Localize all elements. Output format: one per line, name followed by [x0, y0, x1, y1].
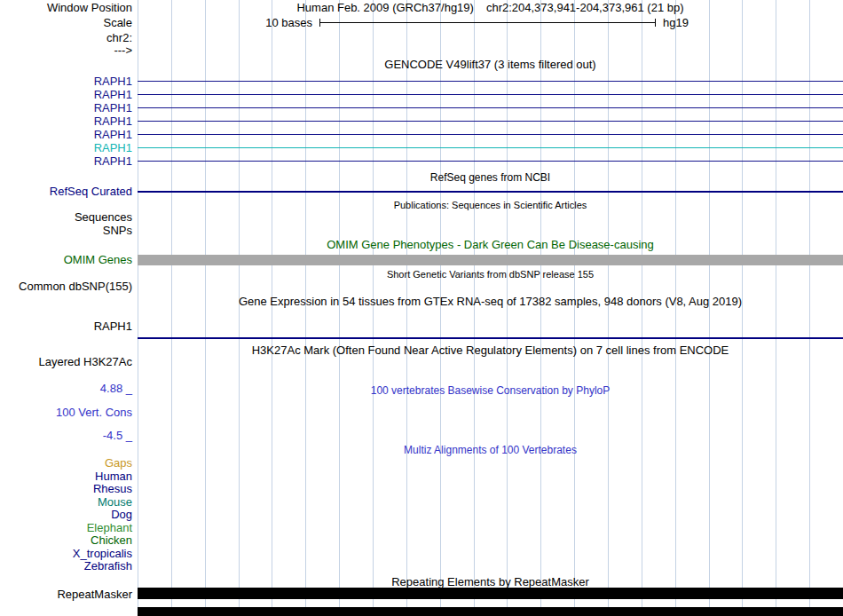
refseq-gene-line[interactable] [138, 185, 843, 198]
common-dbsnp-label[interactable]: Common dbSNP(155) [0, 280, 132, 293]
species-label-zebrafish[interactable]: Zebrafish [0, 560, 132, 573]
track-label-raph1-6[interactable]: RAPH1 [0, 141, 132, 154]
refseq-title: RefSeq genes from NCBI [430, 171, 550, 184]
species-label-chicken[interactable]: Chicken [0, 534, 132, 547]
base-sequence[interactable] [138, 44, 843, 57]
gene-model-raph1-5[interactable] [138, 128, 843, 141]
track-label-raph1-7[interactable]: RAPH1 [0, 154, 132, 168]
gtex-raph1-label[interactable]: RAPH1 [0, 320, 132, 333]
dbsnp-title: Short Genetic Variants from dbSNP releas… [387, 269, 594, 280]
minus-strand-arrows [138, 88, 843, 101]
minus-strand-arrows [138, 75, 843, 88]
track-label-raph1-2[interactable]: RAPH1 [0, 88, 132, 101]
species-label-gaps[interactable]: Gaps [0, 457, 132, 470]
gtex-title-row: Gene Expression in 54 tissues from GTEx … [0, 296, 843, 308]
gencode-title-row: GENCODE V49lift37 (3 items filtered out) [0, 59, 843, 71]
gene-row: RAPH1 [0, 154, 843, 168]
position-ruler[interactable] [138, 32, 843, 44]
repeatmasker-title-row: Repeating Elements by RepeatMasker [0, 576, 843, 588]
multiz-row-chicken: Chicken [0, 534, 843, 547]
gene-row: RAPH1 [0, 128, 843, 141]
alignment-row-zebrafish[interactable] [138, 560, 843, 573]
alignment-row-human[interactable] [138, 470, 843, 483]
multiz-row-dog: Dog [0, 509, 843, 521]
snps-row: SNPs [0, 225, 843, 237]
conservation-label[interactable]: 100 Vert. Cons [0, 407, 132, 419]
track-label-raph1-1[interactable]: RAPH1 [0, 75, 132, 88]
omim-gene-bar[interactable] [138, 254, 843, 266]
scale-row: Scale 10 bases hg19 [0, 17, 843, 29]
gene-model-raph1-2[interactable] [138, 88, 843, 101]
multiz-row-zebrafish: Zebrafish [0, 560, 843, 573]
window-position-row: Window Position Human Feb. 2009 (GRCh37/… [0, 2, 843, 14]
conservation-title: 100 vertebrates Basewise Conservation by… [371, 384, 610, 397]
scale-bar [319, 19, 656, 27]
species-label-mouse[interactable]: Mouse [0, 496, 132, 509]
multiz-row-human: Human [0, 470, 843, 483]
gene-model-raph1-7[interactable] [138, 154, 843, 168]
genome-browser: Window Position Human Feb. 2009 (GRCh37/… [0, 0, 843, 616]
window-coordinates: chr2:204,373,941-204,373,961 (21 bp) [486, 2, 684, 14]
gtex-baseline [138, 337, 843, 339]
alignment-row-chicken[interactable] [138, 534, 843, 547]
gene-model-raph1-6[interactable] [138, 141, 843, 154]
assembly-version: Human Feb. 2009 (GRCh37/hg19) [296, 2, 473, 14]
refseq-curated-label[interactable]: RefSeq Curated [0, 185, 132, 198]
multiz-row-gaps: Gaps [0, 457, 843, 470]
alignment-row-rhesus[interactable] [138, 483, 843, 495]
gtex-bar-chart[interactable] [138, 314, 843, 337]
omim-row: OMIM Genes [0, 254, 843, 266]
multiz-title: Multiz Alignments of 100 Vertebrates [404, 444, 577, 456]
alignment-row-xtropicalis[interactable] [138, 548, 843, 560]
multiz-row-xtropicalis: X_tropicalis [0, 548, 843, 560]
species-label-rhesus[interactable]: Rhesus [0, 483, 132, 495]
omim-title: OMIM Gene Phenotypes - Dark Green Can Be… [327, 238, 654, 251]
scale-assembly-tag: hg19 [663, 17, 689, 29]
h3k27ac-row: Layered H3K27Ac [0, 356, 843, 368]
alignment-row-dog[interactable] [138, 509, 843, 521]
dbsnp-title-row: Short Genetic Variants from dbSNP releas… [0, 268, 843, 280]
refseq-title-row: RefSeq genes from NCBI [0, 171, 843, 184]
minus-strand-arrows [138, 128, 843, 141]
track-label-raph1-5[interactable]: RAPH1 [0, 128, 132, 141]
species-label-human[interactable]: Human [0, 470, 132, 483]
species-label-dog[interactable]: Dog [0, 509, 132, 521]
gene-model-raph1-4[interactable] [138, 115, 843, 128]
track-label-raph1-4[interactable]: RAPH1 [0, 115, 132, 128]
gene-row: RAPH1 [0, 141, 843, 154]
alignment-row-elephant[interactable] [138, 522, 843, 534]
omim-genes-label[interactable]: OMIM Genes [0, 254, 132, 266]
dbsnp-row: Common dbSNP(155) [0, 280, 843, 293]
alignment-row-mouse[interactable] [138, 496, 843, 509]
species-label-xtropicalis[interactable]: X_tropicalis [0, 548, 132, 560]
sequences-label[interactable]: Sequences [0, 211, 132, 224]
minus-strand-arrows [138, 101, 843, 115]
publications-title: Publications: Sequences in Scientific Ar… [394, 200, 587, 210]
repeatmasker-label[interactable]: RepeatMasker [0, 588, 132, 601]
conservation-plot[interactable] [138, 404, 843, 441]
gene-model-raph1-1[interactable] [138, 75, 843, 88]
cons-min-label: -4.5 _ [0, 430, 132, 442]
scale-track: 10 bases hg19 [138, 17, 843, 29]
minus-strand-arrows [138, 154, 843, 168]
minus-strand-arrows [138, 115, 843, 128]
window-position-label: Window Position [0, 2, 132, 14]
gencode-title: GENCODE V49lift37 (3 items filtered out) [384, 58, 595, 71]
sequence-row: ---> [0, 44, 843, 57]
scale-value: 10 bases [138, 17, 312, 29]
repeatmasker-bar-2[interactable] [138, 607, 843, 616]
multiz-row-elephant: Elephant [0, 522, 843, 534]
h3k27ac-title: H3K27Ac Mark (Often Found Near Active Re… [252, 344, 729, 357]
refseq-row: RefSeq Curated [0, 185, 843, 198]
species-label-elephant[interactable]: Elephant [0, 522, 132, 534]
snps-label[interactable]: SNPs [0, 225, 132, 237]
gene-row: RAPH1 [0, 88, 843, 101]
scale-label: Scale [0, 17, 132, 29]
cons-title-row: 100 vertebrates Basewise Conservation by… [0, 384, 843, 397]
gene-model-raph1-3[interactable] [138, 101, 843, 115]
gtex-title: Gene Expression in 54 tissues from GTEx … [239, 295, 742, 308]
chromosome-label: chr2: [0, 32, 132, 44]
alignment-row-gaps[interactable] [138, 457, 843, 470]
track-label-raph1-3[interactable]: RAPH1 [0, 101, 132, 115]
layered-h3k27ac-label[interactable]: Layered H3K27Ac [0, 356, 132, 368]
